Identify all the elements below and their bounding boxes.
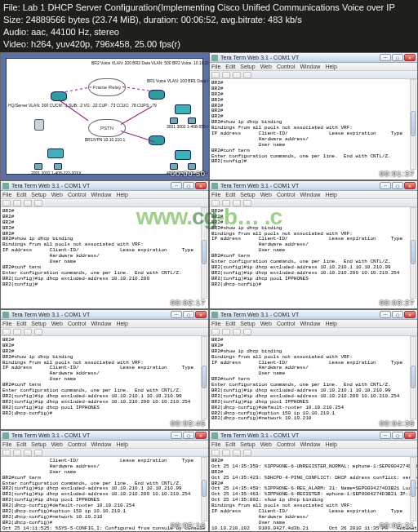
- toolbar-button[interactable]: [222, 200, 230, 206]
- scrollbar-thumb[interactable]: [411, 366, 416, 388]
- menu-control[interactable]: Control: [277, 321, 296, 326]
- menubar[interactable]: FileEditSetupWebControlWindowHelp: [1, 191, 208, 199]
- toolbar-button[interactable]: [211, 450, 220, 456]
- minimize-button[interactable]: —: [380, 182, 391, 189]
- toolbar-button[interactable]: [233, 450, 241, 456]
- menu-file[interactable]: File: [2, 192, 11, 197]
- menu-edit[interactable]: Edit: [225, 321, 235, 326]
- scrollbar[interactable]: [201, 457, 207, 521]
- toolbar-button[interactable]: [2, 329, 11, 335]
- close-button[interactable]: ✕: [404, 54, 416, 61]
- menubar[interactable]: FileEditSetupWebControlWindowHelp: [1, 441, 208, 449]
- menu-control[interactable]: Control: [277, 441, 296, 447]
- toolbar-button[interactable]: [233, 329, 241, 335]
- maximize-button[interactable]: ▢: [392, 432, 403, 439]
- menu-file[interactable]: File: [211, 441, 220, 447]
- toolbar-button[interactable]: [222, 450, 230, 456]
- menu-edit[interactable]: Edit: [16, 321, 26, 326]
- minimize-button[interactable]: —: [171, 182, 182, 189]
- menu-control[interactable]: Control: [68, 441, 87, 447]
- scrollbar[interactable]: [410, 79, 416, 170]
- menu-setup[interactable]: Setup: [240, 64, 255, 69]
- menu-control[interactable]: Control: [277, 64, 296, 69]
- minimize-button[interactable]: —: [380, 311, 391, 318]
- minimize-button[interactable]: —: [171, 311, 182, 318]
- window-titlebar[interactable]: Tera Term Web 3.1 - COM1 VT — ▢ ✕: [210, 53, 417, 63]
- close-button[interactable]: ✕: [195, 311, 207, 318]
- maximize-button[interactable]: ▢: [392, 54, 403, 61]
- terminal-output[interactable]: BR2# BR2# BR2# BR2#show ip dhcp binding …: [1, 336, 208, 418]
- menu-file[interactable]: File: [2, 321, 11, 326]
- menu-window[interactable]: Window: [91, 321, 112, 326]
- scrollbar[interactable]: [201, 336, 207, 419]
- menu-web[interactable]: Web: [51, 321, 63, 326]
- menu-setup[interactable]: Setup: [240, 441, 255, 447]
- menu-file[interactable]: File: [211, 64, 220, 69]
- menu-setup[interactable]: Setup: [31, 192, 46, 197]
- menubar[interactable]: FileEditSetupWebControlWindowHelp: [210, 320, 417, 328]
- toolbar-button[interactable]: [243, 72, 251, 78]
- scrollbar[interactable]: [201, 207, 207, 299]
- toolbar-button[interactable]: [243, 200, 251, 206]
- menu-edit[interactable]: Edit: [16, 192, 26, 197]
- toolbar-button[interactable]: [34, 200, 42, 206]
- toolbar-button[interactable]: [211, 329, 220, 335]
- menubar[interactable]: File Edit Setup Web Control Window Help: [210, 63, 417, 71]
- scrollbar-thumb[interactable]: [202, 240, 207, 265]
- menu-file[interactable]: File: [211, 192, 220, 197]
- toolbar-button[interactable]: [233, 72, 241, 78]
- window-titlebar[interactable]: Tera Term Web 3.1 - COM1 VT—▢✕: [210, 181, 417, 191]
- terminal-output[interactable]: BR2# BR2# BR2#show ip dhcp binding Bindi…: [210, 336, 417, 423]
- menu-web[interactable]: Web: [260, 441, 272, 447]
- minimize-button[interactable]: —: [171, 432, 182, 439]
- scrollbar-thumb[interactable]: [202, 480, 207, 498]
- menu-help[interactable]: Help: [325, 441, 336, 447]
- menu-file[interactable]: File: [211, 321, 220, 326]
- toolbar-button[interactable]: [243, 450, 251, 456]
- close-button[interactable]: ✕: [404, 311, 416, 318]
- window-titlebar[interactable]: Tera Term Web 3.1 - COM1 VT—▢✕: [1, 181, 208, 191]
- toolbar-button[interactable]: [222, 72, 230, 78]
- menu-control[interactable]: Control: [68, 321, 87, 326]
- menu-web[interactable]: Web: [260, 321, 272, 326]
- menu-window[interactable]: Window: [91, 441, 112, 447]
- menu-window[interactable]: Window: [300, 192, 321, 197]
- menu-help[interactable]: Help: [325, 192, 336, 197]
- toolbar-button[interactable]: [24, 329, 32, 335]
- menu-help[interactable]: Help: [116, 192, 127, 197]
- menu-web[interactable]: Web: [260, 192, 272, 197]
- toolbar-button[interactable]: [24, 200, 32, 206]
- toolbar-button[interactable]: [34, 329, 42, 335]
- toolbar-button[interactable]: [13, 450, 21, 456]
- minimize-button[interactable]: —: [380, 54, 391, 61]
- menu-control[interactable]: Control: [277, 192, 296, 197]
- menu-edit[interactable]: Edit: [16, 441, 26, 447]
- menu-window[interactable]: Window: [300, 64, 321, 69]
- terminal-output[interactable]: BR2# BR2# BR2# BR2# BR2# BR2# BR2# BR2#s…: [210, 79, 417, 166]
- scrollbar[interactable]: [410, 207, 416, 299]
- menu-web[interactable]: Web: [260, 64, 272, 69]
- window-titlebar[interactable]: Tera Term Web 3.1 - COM1 VT—▢✕: [210, 310, 417, 320]
- scrollbar-thumb[interactable]: [411, 480, 416, 498]
- close-button[interactable]: ✕: [195, 182, 207, 189]
- close-button[interactable]: ✕: [404, 182, 416, 189]
- menu-setup[interactable]: Setup: [31, 441, 46, 447]
- maximize-button[interactable]: ▢: [392, 311, 403, 318]
- toolbar-button[interactable]: [243, 329, 251, 335]
- window-titlebar[interactable]: Tera Term Web 3.1 - COM1 VT—▢✕: [1, 431, 208, 441]
- toolbar-button[interactable]: [13, 329, 21, 335]
- toolbar-button[interactable]: [24, 450, 32, 456]
- minimize-button[interactable]: —: [380, 432, 391, 439]
- menubar[interactable]: FileEditSetupWebControlWindowHelp: [1, 320, 208, 328]
- menu-window[interactable]: Window: [300, 321, 321, 326]
- menu-help[interactable]: Help: [116, 321, 127, 326]
- close-button[interactable]: ✕: [404, 432, 416, 439]
- toolbar-button[interactable]: [34, 450, 42, 456]
- toolbar-button[interactable]: [211, 72, 220, 78]
- menu-setup[interactable]: Setup: [240, 321, 255, 326]
- menu-file[interactable]: File: [2, 441, 11, 447]
- menu-web[interactable]: Web: [51, 441, 63, 447]
- menu-web[interactable]: Web: [51, 192, 63, 197]
- maximize-button[interactable]: ▢: [392, 182, 403, 189]
- scrollbar-thumb[interactable]: [411, 240, 416, 265]
